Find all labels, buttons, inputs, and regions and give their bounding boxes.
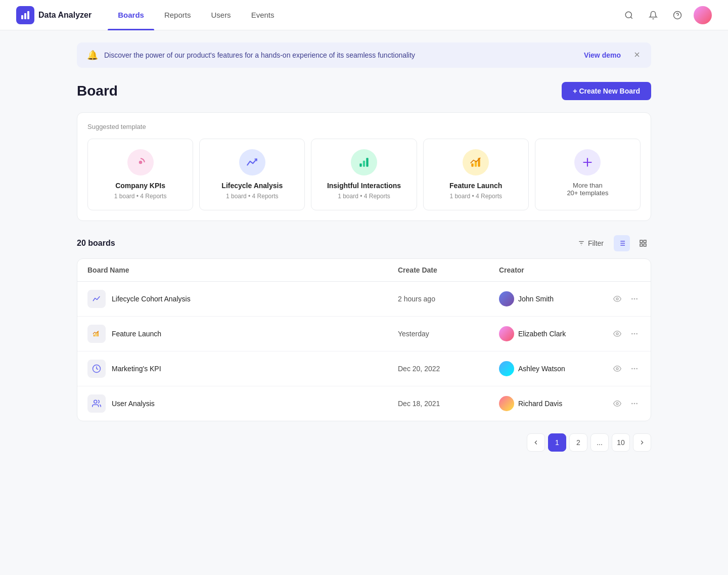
more-options-btn-2[interactable] bbox=[628, 328, 641, 340]
template-card-lifecycle-analysis[interactable]: Lifecycle Analysis 1 board • 4 Reports bbox=[199, 139, 305, 210]
banner-close-button[interactable] bbox=[633, 51, 641, 60]
board-name-text-2[interactable]: Feature Launch bbox=[112, 330, 161, 338]
row-actions-1 bbox=[600, 293, 641, 305]
row-date-3: Dec 20, 2022 bbox=[398, 365, 499, 373]
create-new-board-button[interactable]: + Create New Board bbox=[562, 82, 651, 100]
company-kpis-icon bbox=[127, 149, 154, 175]
notifications-icon-btn[interactable] bbox=[645, 7, 661, 23]
view-icon-btn-4[interactable] bbox=[611, 397, 623, 410]
template-meta-feature-launch: 1 board • 4 Reports bbox=[449, 193, 502, 200]
svg-rect-0 bbox=[21, 15, 23, 19]
svg-rect-35 bbox=[94, 335, 95, 337]
svg-rect-13 bbox=[472, 163, 474, 167]
search-icon-btn[interactable] bbox=[621, 7, 637, 23]
svg-rect-10 bbox=[359, 163, 361, 167]
template-name-lifecycle: Lifecycle Analysis bbox=[221, 182, 283, 190]
board-name-text-1[interactable]: Lifecycle Cohort Analysis bbox=[112, 295, 191, 303]
filter-button[interactable]: Filter bbox=[573, 236, 609, 250]
template-name-company-kpis: Company KPIs bbox=[115, 182, 165, 190]
help-icon-btn[interactable] bbox=[669, 7, 686, 23]
svg-rect-11 bbox=[363, 161, 365, 167]
row-actions-3 bbox=[600, 363, 641, 375]
page-button-ellipsis: ... bbox=[590, 433, 609, 452]
row-creator-1: John Smith bbox=[499, 291, 600, 306]
creator-avatar-3 bbox=[499, 361, 514, 376]
svg-point-47 bbox=[94, 400, 97, 403]
svg-point-31 bbox=[616, 298, 618, 300]
nav-item-events[interactable]: Events bbox=[241, 0, 285, 30]
col-actions bbox=[600, 266, 641, 274]
view-icon-btn-3[interactable] bbox=[611, 363, 623, 375]
more-options-btn-1[interactable] bbox=[628, 293, 641, 305]
svg-rect-30 bbox=[644, 244, 646, 246]
template-name-insightful: Insightful Interactions bbox=[327, 182, 401, 190]
table-row: Feature Launch Yesterday Elizabeth Clark bbox=[77, 317, 651, 351]
svg-line-4 bbox=[630, 17, 632, 18]
table-row: Lifecycle Cohort Analysis 2 hours ago Jo… bbox=[77, 282, 651, 317]
bell-icon: 🔔 bbox=[87, 50, 98, 61]
svg-point-51 bbox=[636, 403, 637, 404]
templates-section: Suggested template Company KPIs 1 board … bbox=[77, 112, 651, 221]
insightful-interactions-icon bbox=[351, 149, 377, 175]
user-avatar[interactable] bbox=[694, 6, 712, 24]
main-content: 🔔 Discover the power of our product's fe… bbox=[61, 30, 667, 464]
creator-avatar-2 bbox=[499, 326, 514, 341]
svg-point-45 bbox=[634, 368, 634, 369]
template-card-company-kpis[interactable]: Company KPIs 1 board • 4 Reports bbox=[87, 139, 193, 210]
view-icon-btn-1[interactable] bbox=[611, 293, 623, 305]
grid-view-button[interactable] bbox=[635, 235, 651, 251]
nav-item-reports[interactable]: Reports bbox=[154, 0, 201, 30]
board-icon-3 bbox=[87, 360, 106, 378]
row-date-4: Dec 18, 2021 bbox=[398, 400, 499, 408]
svg-point-48 bbox=[616, 403, 618, 405]
template-card-more[interactable]: More than20+ templates bbox=[535, 139, 641, 210]
prev-page-button[interactable] bbox=[527, 433, 545, 452]
boards-controls: Filter bbox=[573, 235, 651, 251]
svg-rect-2 bbox=[27, 11, 29, 19]
board-icon-1 bbox=[87, 290, 106, 308]
next-page-button[interactable] bbox=[633, 433, 651, 452]
page-button-10[interactable]: 10 bbox=[612, 433, 630, 452]
view-icon-btn-2[interactable] bbox=[611, 328, 623, 340]
creator-avatar-4 bbox=[499, 396, 514, 411]
list-view-button[interactable] bbox=[614, 235, 630, 251]
row-board-name-1: Lifecycle Cohort Analysis bbox=[87, 290, 398, 308]
promo-banner: 🔔 Discover the power of our product's fe… bbox=[77, 42, 651, 68]
svg-point-49 bbox=[632, 403, 632, 404]
page-button-2[interactable]: 2 bbox=[569, 433, 587, 452]
board-name-text-4[interactable]: User Analysis bbox=[112, 400, 155, 408]
svg-point-9 bbox=[139, 161, 142, 164]
row-board-name-4: User Analysis bbox=[87, 394, 398, 413]
navbar: Data Analyzer Boards Reports Users Event… bbox=[0, 0, 728, 30]
svg-point-43 bbox=[616, 368, 618, 370]
template-card-feature-launch[interactable]: Feature Launch 1 board • 4 Reports bbox=[423, 139, 529, 210]
svg-rect-27 bbox=[640, 240, 643, 243]
template-meta-lifecycle: 1 board • 4 Reports bbox=[226, 193, 279, 200]
svg-point-40 bbox=[634, 333, 634, 334]
row-date-1: 2 hours ago bbox=[398, 295, 499, 303]
row-board-name-2: Feature Launch bbox=[87, 325, 398, 343]
svg-point-44 bbox=[632, 368, 632, 369]
banner-text: Discover the power of our product's feat… bbox=[104, 51, 578, 59]
col-board-name: Board Name bbox=[87, 266, 398, 274]
page-button-1[interactable]: 1 bbox=[548, 433, 566, 452]
template-name-feature-launch: Feature Launch bbox=[449, 182, 502, 190]
more-options-btn-4[interactable] bbox=[628, 397, 641, 410]
templates-grid: Company KPIs 1 board • 4 Reports Lifecyc… bbox=[87, 139, 641, 210]
creator-avatar-1 bbox=[499, 291, 514, 306]
board-icon-4 bbox=[87, 394, 106, 413]
svg-rect-28 bbox=[644, 240, 646, 243]
navbar-right bbox=[621, 6, 712, 24]
page-header: Board + Create New Board bbox=[77, 82, 651, 100]
nav-item-boards[interactable]: Boards bbox=[108, 0, 154, 30]
more-options-btn-3[interactable] bbox=[628, 363, 641, 375]
col-creator: Creator bbox=[499, 266, 600, 274]
app-brand[interactable]: Data Analyzer bbox=[16, 6, 92, 24]
nav-item-users[interactable]: Users bbox=[201, 0, 241, 30]
main-nav: Boards Reports Users Events bbox=[108, 0, 621, 30]
svg-point-38 bbox=[616, 333, 618, 335]
view-demo-link[interactable]: View demo bbox=[584, 51, 621, 59]
template-card-insightful-interactions[interactable]: Insightful Interactions 1 board • 4 Repo… bbox=[311, 139, 417, 210]
lifecycle-analysis-icon bbox=[239, 149, 265, 175]
board-name-text-3[interactable]: Marketing's KPI bbox=[112, 365, 161, 373]
